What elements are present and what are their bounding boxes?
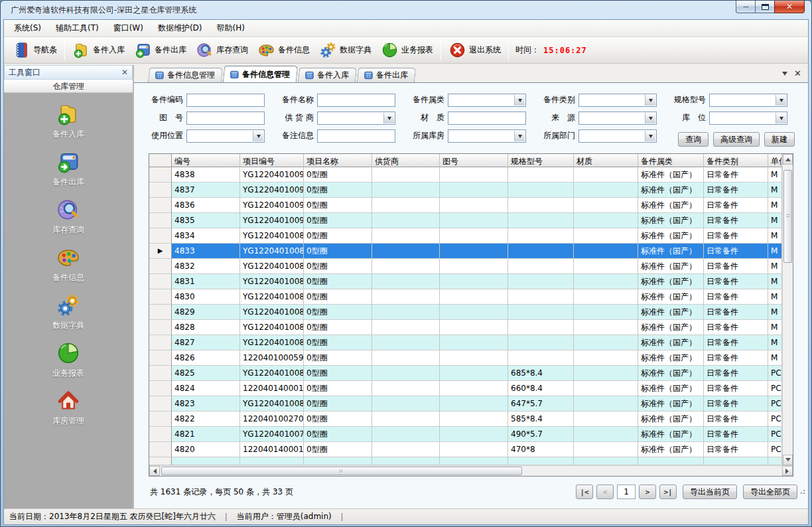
table-row[interactable]: 4832YG122040100870型圈标准件（国产）日常备件M (149, 259, 782, 274)
prev-page-button[interactable]: < (596, 485, 614, 499)
chevron-down-icon[interactable] (645, 95, 655, 106)
sidebar-item-parts-inbound[interactable]: 备件入库 (32, 102, 105, 140)
table-row[interactable]: 4835YG122040100900型圈标准件（国产）日常备件M (149, 213, 782, 228)
supplier-select[interactable] (317, 112, 395, 125)
department-select[interactable] (578, 129, 657, 143)
row-selector[interactable] (149, 442, 172, 457)
table-row[interactable]: ▶4833YG122040100880型圈标准件（国产）日常备件M (149, 244, 782, 259)
tab-parts-outbound[interactable]: 备件出库 (357, 68, 416, 82)
advanced-query-button[interactable]: 高级查询 (713, 132, 760, 147)
warehouse-select[interactable] (448, 129, 526, 143)
menu-item-aux-tools[interactable]: 辅助工具(T) (48, 19, 106, 37)
query-button[interactable]: 查询 (678, 132, 709, 147)
sidebar-item-warehouse-mgmt[interactable]: 库房管理 (32, 388, 105, 427)
column-header-project-code[interactable]: 项目编号 (240, 154, 304, 167)
menu-item-system[interactable]: 系统(S) (7, 19, 48, 37)
drawing-no-input[interactable] (186, 112, 265, 125)
chevron-down-icon[interactable] (514, 95, 525, 106)
source-select[interactable] (578, 112, 657, 125)
toolbar-item-parts-outbound[interactable]: 备件出库 (129, 38, 191, 62)
column-header-id[interactable]: 编号 (172, 154, 240, 167)
row-selector[interactable] (149, 396, 172, 412)
row-selector[interactable] (149, 167, 172, 183)
sidebar-close-icon[interactable]: ✕ (121, 68, 128, 77)
row-selector[interactable] (149, 259, 172, 274)
vertical-scrollbar[interactable] (782, 154, 793, 465)
row-selector[interactable] (149, 305, 172, 320)
resize-grip[interactable] (800, 488, 807, 494)
spec-model-select[interactable] (709, 94, 787, 107)
table-row[interactable]: 4838YG122040100930型圈标准件（国产）日常备件M (149, 167, 782, 183)
table-row[interactable]: 4830YG122040100850型圈标准件（国产）日常备件M (149, 289, 782, 305)
toolbar-item-parts-info[interactable]: 备件信息 (253, 38, 314, 62)
row-selector[interactable]: ▶ (149, 244, 172, 259)
row-selector[interactable] (149, 366, 172, 381)
row-selector[interactable] (149, 350, 172, 366)
table-row[interactable]: 4827YG122040100820型圈标准件（国产）日常备件M (149, 335, 782, 350)
sidebar-group-warehouse[interactable]: 仓库管理 (4, 80, 133, 93)
horizontal-scroll-track[interactable] (160, 466, 782, 476)
sidebar-item-parts-info[interactable]: 备件信息 (32, 245, 105, 283)
toolbar-item-stock-query[interactable]: 库存查询 (191, 38, 253, 62)
column-header-material[interactable]: 材质 (574, 154, 638, 167)
scroll-up-icon[interactable] (783, 154, 793, 165)
maximize-button[interactable] (755, 1, 775, 13)
chevron-down-icon[interactable] (253, 131, 263, 141)
vertical-scroll-thumb[interactable] (783, 170, 792, 263)
material-input[interactable] (448, 112, 526, 125)
toolbar-item-biz-report[interactable]: 业务报表 (376, 38, 438, 62)
table-row[interactable]: 4823YG122040100800型圈647*5.7标准件（国产）日常备件PC (149, 396, 782, 412)
part-name-input[interactable] (317, 94, 395, 107)
table-row[interactable]: 482212204010027000型圈585*8.4标准件（国产）日常备件PC (149, 412, 782, 427)
row-selector[interactable] (149, 335, 172, 350)
row-selector[interactable] (149, 228, 172, 244)
table-row[interactable]: 4821YG122040100790型圈490*5.7标准件（国产）日常备件PC (149, 427, 782, 442)
scroll-left-icon[interactable] (149, 466, 160, 476)
use-position-select[interactable] (186, 129, 265, 143)
column-header-unit[interactable]: 单位 (768, 154, 782, 167)
minimize-button[interactable] (736, 1, 756, 13)
column-header-project-name[interactable]: 项目名称 (304, 154, 372, 167)
row-selector[interactable] (149, 213, 172, 228)
chevron-down-icon[interactable] (645, 131, 655, 141)
table-row[interactable]: 482612204010005990型圈标准件（国产）日常备件M (149, 350, 782, 366)
table-row[interactable]: 4837YG122040100920型圈标准件（国产）日常备件M (149, 183, 782, 198)
table-row[interactable]: 4831YG122040100860型圈标准件（国产）日常备件M (149, 274, 782, 289)
toolbar-item-nav-bar[interactable]: 导航条 (8, 38, 62, 62)
export-all-pages-button[interactable]: 导出全部页 (743, 485, 797, 499)
column-header-supplier[interactable]: 供货商 (372, 154, 440, 167)
close-button[interactable]: ✕ (774, 1, 805, 13)
row-selector[interactable] (149, 198, 172, 213)
table-row[interactable]: 4828YG122040100830型圈标准件（国产）日常备件M (149, 320, 782, 335)
toolbar-item-exit-system[interactable]: 退出系统 (444, 38, 506, 62)
horizontal-scrollbar[interactable] (149, 465, 793, 476)
sidebar-item-stock-query[interactable]: 库存查询 (32, 197, 105, 236)
tab-close-icon[interactable]: ✕ (794, 68, 801, 78)
part-class-select[interactable] (578, 94, 657, 107)
tab-parts-info-mgmt-1[interactable]: 备件信息管理 (148, 68, 223, 82)
tab-list-dropdown-icon[interactable] (782, 72, 787, 78)
export-current-page-button[interactable]: 导出当前页 (683, 485, 737, 499)
remark-input[interactable] (317, 129, 395, 143)
row-selector[interactable] (149, 427, 172, 442)
tab-parts-inbound[interactable]: 备件入库 (298, 68, 357, 82)
scroll-right-icon[interactable] (782, 466, 793, 476)
row-selector[interactable] (149, 183, 172, 198)
column-header-drawing-no[interactable]: 图号 (440, 154, 508, 167)
table-row[interactable]: 4829YG122040100840型圈标准件（国产）日常备件M (149, 305, 782, 320)
chevron-down-icon[interactable] (383, 113, 394, 123)
scroll-down-icon[interactable] (783, 455, 793, 465)
part-code-input[interactable] (186, 94, 265, 107)
table-row[interactable]: 482012204014000130型圈470*8标准件（国产）日常备件PC (149, 442, 782, 457)
part-genus-select[interactable] (448, 94, 526, 107)
row-selector[interactable] (149, 274, 172, 289)
row-selector[interactable] (149, 289, 172, 305)
page-number-input[interactable] (617, 485, 636, 499)
row-selector[interactable] (149, 412, 172, 427)
tab-parts-info-mgmt-2[interactable]: 备件信息管理 (223, 66, 299, 82)
horizontal-scroll-thumb[interactable] (161, 467, 522, 475)
first-page-button[interactable]: |< (576, 485, 593, 499)
sidebar-item-parts-outbound[interactable]: 备件出库 (32, 149, 105, 188)
chevron-down-icon[interactable] (514, 131, 525, 141)
chevron-down-icon[interactable] (776, 95, 786, 106)
